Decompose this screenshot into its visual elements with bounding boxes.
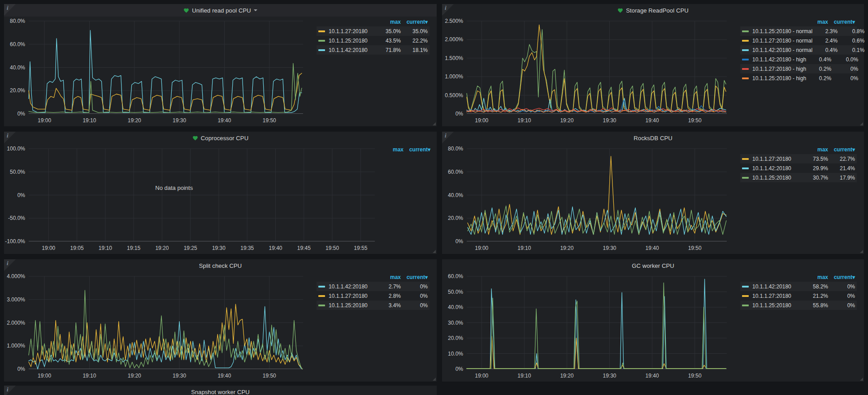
legend-current-value: 0% (831, 66, 858, 72)
legend-series-label[interactable]: 10.1.1.25:20180 - high (752, 75, 806, 82)
series-color-swatch-icon[interactable] (318, 295, 325, 297)
series-color-swatch-icon[interactable] (318, 305, 325, 306)
y-axis-tick-label: 20.0% (442, 335, 463, 341)
legend-current-value: 0% (828, 283, 855, 290)
panel-title[interactable]: Coprocessor CPU (201, 135, 248, 142)
panel-resize-handle[interactable] (860, 250, 863, 253)
legend-series-label[interactable]: 10.1.1.25:20180 - normal (752, 28, 812, 34)
series-color-swatch-icon[interactable] (742, 30, 749, 32)
series-color-swatch-icon[interactable] (742, 177, 749, 179)
panel-title[interactable]: Split check CPU (199, 262, 242, 269)
x-axis-tick-label: 19:50 (255, 117, 284, 124)
panel-resize-handle[interactable] (860, 378, 863, 381)
panel-header[interactable]: Split check CPU (4, 259, 437, 272)
panel-info-corner-icon[interactable] (4, 132, 16, 143)
legend-current-value: 35.0% (401, 28, 428, 34)
panel-header[interactable]: Unified read pool CPU (4, 4, 437, 17)
legend-series-label[interactable]: 10.1.1.27:20180 - high (752, 66, 806, 72)
series-color-swatch-icon[interactable] (318, 49, 325, 51)
series-color-swatch-icon[interactable] (742, 305, 749, 306)
legend-series-label[interactable]: 10.1.1.27:20180 (329, 28, 376, 34)
series-color-swatch-icon[interactable] (742, 167, 749, 169)
legend-sort-max[interactable]: max (803, 274, 828, 280)
legend-sort-max[interactable]: max (803, 146, 828, 153)
panel-info-corner-icon[interactable] (4, 259, 16, 271)
legend-sort-current[interactable]: current▾ (828, 19, 855, 25)
series-color-swatch-icon[interactable] (318, 286, 325, 288)
panel-title[interactable]: Storage ReadPool CPU (626, 7, 688, 14)
legend-max-value: 2.4% (812, 38, 838, 44)
y-axis-tick-label: 1.000% (4, 343, 25, 349)
panel-title[interactable]: GC worker CPU (632, 262, 674, 269)
legend-series-label[interactable]: 10.1.1.42:20180 (329, 47, 376, 53)
info-icon[interactable]: i (445, 132, 447, 139)
panel-header[interactable]: RocksDB CPU (442, 132, 864, 144)
series-color-swatch-icon[interactable] (742, 49, 749, 51)
x-axis-tick-label: 19:00 (467, 373, 496, 379)
series-color-swatch-icon[interactable] (742, 158, 749, 160)
panel-info-corner-icon[interactable] (442, 132, 454, 143)
series-color-swatch-icon[interactable] (742, 40, 749, 42)
panel-storage-readpool-cpu: Storage ReadPool CPUi2.500%2.000%1.500%1… (442, 4, 864, 127)
panel-header[interactable]: Snapshot worker CPU (4, 386, 437, 395)
legend-sort-current[interactable]: current▾ (828, 146, 855, 153)
legend-series-label[interactable]: 10.1.1.25:20180 (329, 302, 376, 309)
panel-resize-handle[interactable] (433, 250, 436, 253)
legend-sort-max[interactable]: max (803, 19, 828, 25)
legend: maxcurrent▾10.1.1.27:2018035.0%35.0%10.1… (317, 17, 430, 55)
panel-menu-caret-icon[interactable] (254, 9, 257, 11)
legend-series-label[interactable]: 10.1.1.27:20180 (752, 156, 803, 162)
legend-series-label[interactable]: 10.1.1.27:20180 - normal (752, 38, 812, 44)
legend-current-value: 0% (828, 302, 855, 309)
info-icon[interactable]: i (7, 4, 9, 12)
panel-header[interactable]: Coprocessor CPU (4, 132, 437, 144)
info-icon[interactable]: i (445, 4, 447, 12)
legend-series-label[interactable]: 10.1.1.25:20180 (752, 302, 803, 309)
x-axis-tick-label: 19:00 (34, 245, 63, 251)
panel-title[interactable]: RocksDB CPU (634, 135, 672, 142)
legend-series-label[interactable]: 10.1.1.25:20180 (752, 175, 803, 181)
legend-series-label[interactable]: 10.1.1.25:20180 (329, 38, 376, 44)
panel-info-corner-icon[interactable] (442, 4, 454, 16)
legend-sort-current[interactable]: current▾ (401, 274, 428, 280)
legend-sort-current[interactable]: current▾ (401, 19, 428, 25)
series-color-swatch-icon[interactable] (318, 40, 325, 42)
legend-series-label[interactable]: 10.1.1.27:20180 (329, 293, 376, 299)
legend-sort-max[interactable]: max (376, 274, 401, 280)
legend-current-value: 0% (831, 75, 858, 82)
legend-series-label[interactable]: 10.1.1.42:20180 - normal (752, 47, 812, 53)
series-color-swatch-icon[interactable] (742, 286, 749, 288)
info-icon[interactable]: i (7, 386, 9, 393)
info-icon[interactable]: i (7, 260, 9, 267)
legend-sort-max[interactable]: max (378, 146, 404, 153)
series-color-swatch-icon[interactable] (742, 77, 749, 79)
legend-sort-current[interactable]: current▾ (404, 146, 430, 153)
info-icon[interactable]: i (7, 132, 9, 139)
panel-title[interactable]: Snapshot worker CPU (191, 389, 250, 395)
series-color-swatch-icon[interactable] (742, 295, 749, 297)
y-axis-tick-label: 40.0% (4, 64, 25, 71)
panel-info-corner-icon[interactable] (4, 386, 16, 395)
panel-info-corner-icon[interactable] (4, 4, 16, 16)
legend-max-value: 2.3% (812, 28, 838, 34)
legend-series-label[interactable]: 10.1.1.42:20180 (752, 283, 803, 290)
series-color-swatch-icon[interactable] (742, 59, 749, 60)
panel-header[interactable]: Storage ReadPool CPU (442, 4, 864, 17)
legend-row: 10.1.1.27:2018021.2%0% (740, 291, 857, 301)
y-axis-tick-label: 2.500% (442, 18, 463, 24)
panel-resize-handle[interactable] (860, 122, 863, 125)
panel-resize-handle[interactable] (433, 378, 436, 381)
series-color-swatch-icon[interactable] (742, 68, 749, 70)
legend-sort-current[interactable]: current▾ (828, 274, 855, 280)
legend-series-label[interactable]: 10.1.1.42:20180 - high (752, 56, 806, 63)
series-color-swatch-icon[interactable] (318, 30, 325, 32)
legend-max-value: 3.4% (376, 302, 401, 309)
panel-header[interactable]: GC worker CPU (442, 259, 864, 272)
panel-title[interactable]: Unified read pool CPU (192, 7, 251, 14)
legend-series-label[interactable]: 10.1.1.42:20180 (752, 165, 803, 172)
legend-series-label[interactable]: 10.1.1.42:20180 (329, 283, 376, 290)
legend-sort-max[interactable]: max (376, 19, 401, 25)
y-axis-tick-label: 0% (4, 192, 25, 198)
panel-resize-handle[interactable] (433, 122, 436, 125)
legend-series-label[interactable]: 10.1.1.27:20180 (752, 293, 803, 299)
